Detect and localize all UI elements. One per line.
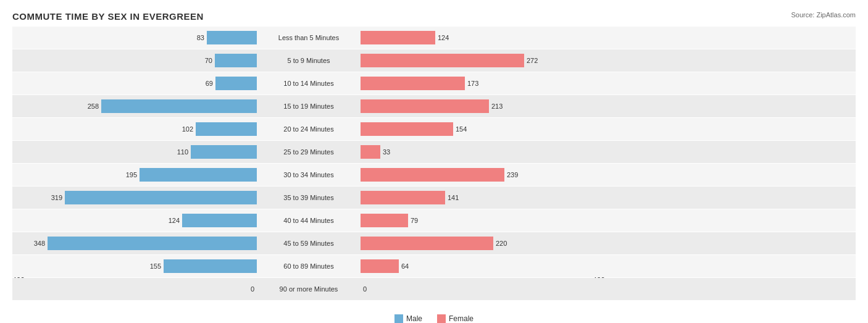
male-bar [215, 77, 257, 90]
table-row: 83 Less than 5 Minutes 124 [12, 27, 856, 49]
female-bar [361, 237, 493, 250]
female-value: 64 [401, 262, 409, 270]
female-bar [361, 122, 453, 136]
row-label: 60 to 89 Minutes [259, 262, 358, 270]
table-row: 258 15 to 19 Minutes 213 [12, 95, 856, 117]
legend-female-label: Female [449, 314, 474, 323]
left-bar-container: 155 [12, 259, 259, 273]
female-value: 213 [491, 103, 503, 110]
left-bar-container: 102 [12, 122, 259, 136]
legend: Male Female [394, 314, 474, 323]
male-value: 83 [187, 34, 204, 41]
male-bar [65, 191, 257, 204]
female-value: 173 [467, 80, 478, 87]
female-bar [361, 99, 489, 113]
female-value: 239 [507, 171, 518, 178]
left-bar-container: 0 [12, 282, 259, 296]
male-value: 69 [196, 80, 213, 87]
female-value: 141 [448, 194, 459, 201]
left-bar-container: 83 [12, 31, 259, 44]
female-bar [361, 31, 435, 44]
legend-female: Female [437, 314, 474, 323]
table-row: 155 60 to 89 Minutes 64 [12, 255, 856, 277]
left-bar-container: 124 [12, 214, 259, 227]
table-row: 102 20 to 24 Minutes 154 [12, 118, 856, 140]
right-bar-container: 213 [358, 99, 605, 113]
female-value: 272 [527, 57, 538, 64]
left-bar-container: 110 [12, 145, 259, 159]
legend-male-box [394, 314, 403, 323]
right-bar-container: 124 [358, 31, 605, 44]
male-bar [140, 168, 257, 182]
male-value: 0 [237, 285, 254, 293]
right-bar-container: 173 [358, 77, 605, 90]
left-bar-container: 69 [12, 77, 259, 90]
table-row: 110 25 to 29 Minutes 33 [12, 141, 856, 163]
right-bar-container: 272 [358, 54, 605, 67]
right-bar-container: 64 [358, 259, 605, 273]
chart-container: COMMUTE TIME BY SEX IN EVERGREEN Source:… [0, 0, 868, 323]
male-bar [207, 31, 257, 44]
male-bar [164, 259, 257, 273]
male-value: 348 [28, 240, 45, 247]
table-row: 124 40 to 44 Minutes 79 [12, 209, 856, 232]
male-bar [101, 99, 257, 113]
table-row: 348 45 to 59 Minutes 220 [12, 232, 856, 254]
male-value: 155 [144, 262, 161, 270]
female-bar [361, 54, 524, 67]
right-bar-container: 220 [358, 237, 605, 250]
female-value: 79 [411, 217, 418, 224]
table-row: 69 10 to 14 Minutes 173 [12, 72, 856, 94]
male-bar [215, 54, 257, 67]
table-row: 0 90 or more Minutes 0 [12, 278, 856, 300]
female-bar [361, 168, 504, 182]
row-label: 10 to 14 Minutes [259, 80, 358, 87]
row-label: 35 to 39 Minutes [259, 194, 358, 201]
table-row: 319 35 to 39 Minutes 141 [12, 187, 856, 209]
male-value: 319 [45, 194, 62, 201]
female-bar [361, 191, 445, 204]
male-value: 258 [81, 103, 99, 110]
left-bar-container: 319 [12, 191, 259, 204]
male-bar [182, 214, 257, 227]
row-label: 15 to 19 Minutes [259, 103, 358, 110]
table-row: 70 5 to 9 Minutes 272 [12, 49, 856, 72]
male-value: 195 [120, 171, 137, 178]
right-bar-container: 0 [358, 282, 605, 296]
row-label: 30 to 34 Minutes [259, 171, 358, 178]
table-row: 195 30 to 34 Minutes 239 [12, 164, 856, 186]
female-value: 220 [496, 240, 507, 247]
row-label: 20 to 24 Minutes [259, 125, 358, 133]
row-label: 25 to 29 Minutes [259, 148, 358, 156]
female-value: 124 [438, 34, 449, 41]
right-bar-container: 154 [358, 122, 605, 136]
male-bar [196, 122, 257, 136]
right-bar-container: 239 [358, 168, 605, 182]
row-label: Less than 5 Minutes [259, 34, 358, 41]
row-label: 40 to 44 Minutes [259, 217, 358, 224]
chart-title: COMMUTE TIME BY SEX IN EVERGREEN [12, 11, 856, 22]
male-value: 102 [176, 125, 193, 133]
row-label: 5 to 9 Minutes [259, 57, 358, 64]
male-value: 124 [162, 217, 180, 224]
male-value: 110 [171, 148, 188, 156]
row-label: 45 to 59 Minutes [259, 240, 358, 247]
female-bar [361, 145, 380, 159]
male-bar [191, 145, 257, 159]
left-bar-container: 258 [12, 99, 259, 113]
female-bar [361, 259, 399, 273]
legend-female-box [437, 314, 446, 323]
right-bar-container: 79 [358, 214, 605, 227]
male-value: 70 [195, 57, 212, 64]
right-bar-container: 141 [358, 191, 605, 204]
male-bar [48, 237, 257, 250]
female-bar [361, 214, 408, 227]
left-bar-container: 70 [12, 54, 259, 67]
row-label: 90 or more Minutes [259, 285, 358, 293]
source-label: Source: ZipAtlas.com [791, 11, 856, 19]
legend-male-label: Male [406, 314, 422, 323]
right-bar-container: 33 [358, 145, 605, 159]
female-value: 0 [363, 285, 367, 293]
left-bar-container: 195 [12, 168, 259, 182]
female-value: 33 [383, 148, 390, 156]
